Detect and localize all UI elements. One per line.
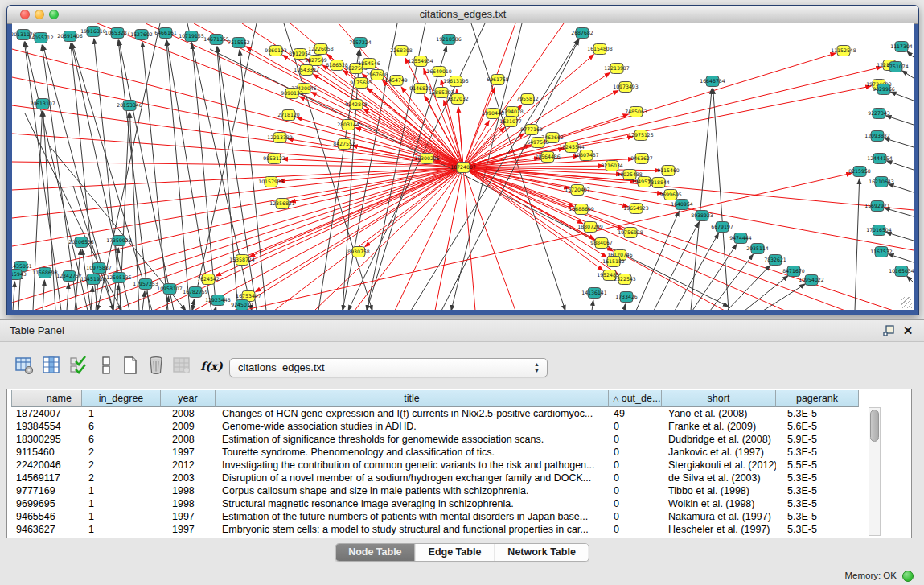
table-row[interactable]: 977716911998Corpus callosum shape and si… bbox=[11, 484, 867, 497]
graph-node[interactable]: 18807299 bbox=[577, 222, 603, 233]
graph-node[interactable]: 16649010 bbox=[426, 67, 452, 77]
column-header-in-degree[interactable]: in_degree bbox=[82, 390, 161, 407]
float-panel-icon[interactable] bbox=[883, 325, 895, 337]
graph-node[interactable]: 12093832 bbox=[864, 131, 890, 142]
graph-node[interactable]: 9699695 bbox=[659, 190, 682, 200]
graph-node[interactable]: 1733426 bbox=[615, 292, 638, 303]
graph-node[interactable]: 20153346 bbox=[117, 101, 142, 111]
graph-node[interactable]: 19654923 bbox=[623, 204, 649, 214]
graph-node[interactable]: 8454749 bbox=[385, 76, 408, 86]
graph-node[interactable]: 9853122 bbox=[263, 154, 285, 164]
graph-node[interactable]: 3915943 bbox=[12, 270, 27, 280]
column-header-year[interactable]: year bbox=[161, 390, 216, 407]
graph-node[interactable]: 9227343 bbox=[868, 109, 890, 119]
network-window-titlebar[interactable]: citations_edges.txt bbox=[7, 6, 918, 24]
table-row[interactable]: 1938455462009Genome-wide association stu… bbox=[11, 420, 867, 433]
graph-node[interactable]: 9463627 bbox=[630, 154, 653, 164]
graph-node[interactable]: 11451933 bbox=[80, 274, 106, 285]
close-panel-icon[interactable]: ✕ bbox=[901, 323, 914, 339]
graph-node[interactable]: 19756928 bbox=[618, 228, 643, 238]
graph-node[interactable]: 9777169 bbox=[520, 125, 543, 135]
graph-node[interactable]: 10807487 bbox=[573, 150, 599, 161]
graph-node[interactable]: 9115460 bbox=[657, 166, 680, 176]
graph-node[interactable]: 12213987 bbox=[604, 64, 630, 74]
graph-node[interactable]: 17957253 bbox=[133, 279, 158, 290]
graph-node[interactable]: 9884067 bbox=[590, 238, 613, 249]
graph-node[interactable]: 17016504 bbox=[866, 225, 892, 236]
graph-node[interactable]: 15692971 bbox=[864, 201, 890, 212]
graph-node[interactable]: 10165034 bbox=[889, 266, 914, 277]
graph-node[interactable]: 15720407 bbox=[565, 185, 590, 196]
row-selection-mode-icon[interactable] bbox=[69, 356, 90, 377]
graph-node[interactable]: 2522543 bbox=[614, 274, 636, 285]
graph-node[interactable]: 12975125 bbox=[628, 130, 654, 141]
graph-node[interactable]: 1117304 bbox=[890, 42, 913, 52]
graph-node[interactable]: 7485063 bbox=[625, 107, 647, 117]
graph-node[interactable]: 12356821 bbox=[269, 199, 295, 209]
table-row[interactable]: 946362711997Embryonic stem cells: a mode… bbox=[11, 523, 867, 536]
column-header-short[interactable]: short bbox=[662, 390, 776, 407]
resize-grip[interactable] bbox=[901, 297, 912, 308]
graph-node[interactable]: 1167532 bbox=[870, 247, 893, 257]
graph-node[interactable]: 1615152 bbox=[602, 257, 625, 267]
graph-node[interactable]: 10954022 bbox=[799, 275, 824, 286]
graph-node[interactable]: 9322032 bbox=[446, 94, 469, 105]
graph-node[interactable]: 8215958 bbox=[848, 167, 871, 177]
column-header-out-de-[interactable]: △out_de... bbox=[609, 390, 662, 407]
graph-node[interactable]: 9474444 bbox=[729, 233, 752, 244]
graph-node[interactable]: 19916310 bbox=[80, 27, 106, 37]
graph-node[interactable]: 1640954 bbox=[671, 200, 693, 210]
graph-node[interactable]: 7832621 bbox=[764, 255, 786, 266]
graph-node[interactable]: 8930758 bbox=[347, 247, 370, 257]
table-row[interactable]: 969969511998Structural magnetic resonanc… bbox=[11, 497, 867, 510]
graph-node[interactable]: 19613195 bbox=[443, 76, 469, 87]
table-settings-icon[interactable] bbox=[14, 356, 35, 377]
graph-node[interactable]: 10688609 bbox=[569, 204, 594, 215]
scrollbar-thumb[interactable] bbox=[870, 410, 879, 442]
graph-node[interactable]: 14136141 bbox=[581, 288, 607, 299]
column-header-pagerank[interactable]: pagerank bbox=[776, 390, 859, 407]
graph-node[interactable]: 2718120 bbox=[277, 110, 300, 121]
table-row[interactable]: 2242004622012Investigating the contribut… bbox=[11, 459, 867, 472]
graph-node[interactable]: 2803144 bbox=[337, 120, 359, 130]
graph-node[interactable]: 12923448 bbox=[205, 295, 231, 306]
function-builder-icon[interactable]: f(x) bbox=[199, 356, 224, 377]
network-canvas[interactable]: 1872400798601238912954122260589827509105… bbox=[12, 23, 914, 310]
graph-node[interactable]: 16154808 bbox=[587, 44, 613, 55]
graph-node[interactable]: 6961758 bbox=[487, 75, 509, 85]
graph-node[interactable]: 6679197 bbox=[711, 222, 733, 233]
table-row[interactable]: 1456911722003Disruption of a novel membe… bbox=[11, 472, 867, 484]
rows-icon[interactable] bbox=[97, 356, 117, 377]
graph-node[interactable]: 10975887 bbox=[86, 263, 112, 274]
graph-node[interactable]: 14671355 bbox=[203, 35, 229, 45]
graph-node[interactable]: 10958107 bbox=[157, 284, 183, 295]
vertical-scrollbar[interactable] bbox=[869, 407, 881, 536]
graph-node[interactable]: 2687682 bbox=[571, 28, 593, 39]
graph-node[interactable]: 16210643 bbox=[869, 177, 894, 187]
graph-node[interactable]: 9242848 bbox=[345, 100, 368, 110]
graph-node[interactable]: 9827509 bbox=[305, 56, 327, 66]
graph-node[interactable]: 14055712 bbox=[28, 33, 54, 43]
delete-table-icon[interactable] bbox=[146, 356, 167, 377]
table-row[interactable]: 1830029562008Estimation of significance … bbox=[11, 433, 867, 446]
graph-node[interactable]: 9245012 bbox=[231, 300, 253, 311]
graph-node[interactable]: 7955812 bbox=[516, 94, 539, 105]
column-header-title[interactable]: title bbox=[216, 390, 609, 407]
graph-node[interactable]: 6794028 bbox=[501, 107, 524, 117]
column-header-name[interactable]: name bbox=[11, 390, 82, 407]
graph-node[interactable]: 16648784 bbox=[700, 76, 725, 87]
tab-edge-table[interactable]: Edge Table bbox=[416, 544, 495, 561]
graph-node[interactable]: 7957224 bbox=[349, 38, 372, 48]
graph-node[interactable]: 10653287 bbox=[105, 28, 130, 39]
graph-node[interactable]: 9860123 bbox=[265, 46, 287, 56]
graph-node[interactable]: 8427552 bbox=[333, 139, 355, 150]
graph-node[interactable]: 7515552 bbox=[228, 38, 250, 48]
graph-node[interactable]: 12505135 bbox=[106, 273, 132, 283]
tab-node-table[interactable]: Node Table bbox=[335, 544, 415, 561]
citation-graph[interactable]: 1872400798601238912954122260589827509105… bbox=[12, 23, 914, 310]
graph-node[interactable]: 15358724 bbox=[229, 255, 255, 266]
table-row[interactable]: 1872400712008Changes of HCN gene express… bbox=[11, 407, 867, 420]
graph-node[interactable]: 10543392 bbox=[294, 65, 319, 76]
graph-node[interactable]: 1527602 bbox=[130, 30, 153, 40]
graph-node[interactable]: 10157983 bbox=[258, 177, 284, 187]
